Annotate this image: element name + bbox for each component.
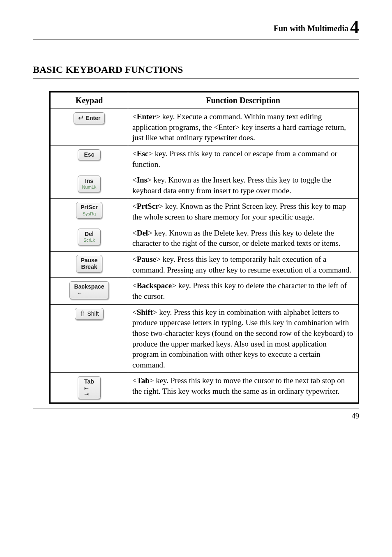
key-name: Pause <box>137 255 157 263</box>
keycap-del: Del ScrLk <box>78 229 101 245</box>
keypad-cell: ⇧ Shift <box>50 304 128 373</box>
description-cell: <Esc> key. Press this key to cancel or e… <box>128 146 359 172</box>
enter-glyph-icon: ↵ <box>78 114 84 122</box>
title-part: F <box>125 64 131 75</box>
title-part: B <box>33 64 39 75</box>
keycap-shift: ⇧ Shift <box>75 308 103 320</box>
backspace-arrow-icon: ← <box>74 290 104 296</box>
key-name: Ins <box>137 176 147 184</box>
keycap-backspace: Backspace ← <box>69 281 108 299</box>
keypad-cell: PrtScr SysRq <box>50 199 128 225</box>
keypad-cell: Del ScrLk <box>50 225 128 251</box>
keycap-prtscr: PrtScr SysRq <box>76 202 102 219</box>
key-description: > key. Press this key to temporarily hal… <box>132 255 351 274</box>
keycap-tab: Tab ⇤ ⇥ <box>78 376 101 399</box>
keycap-pause: Pause Break <box>76 255 102 273</box>
keycap-ins: Ins NumLk <box>78 176 101 192</box>
section-title: BASIC KEYBOARD FUNCTIONS <box>33 64 359 79</box>
keyboard-functions-table: Keypad Function Description ↵ Enter <Ent… <box>49 91 359 404</box>
table-row: Del ScrLk <Del> key. Known as the Delete… <box>50 225 359 251</box>
key-description: > key. Press this key to move the cursor… <box>132 376 345 395</box>
table-header-keypad: Keypad <box>50 92 128 109</box>
keycap-secondary-label: ScrLk <box>82 238 96 243</box>
keycap-label: PrtScr <box>81 204 98 210</box>
key-name: Del <box>137 229 148 237</box>
shift-glyph-icon: ⇧ <box>79 310 85 317</box>
keycap-label: Pause <box>81 257 97 263</box>
title-part: EYBOARD <box>73 64 122 75</box>
description-cell: <Backspace> key. Press this key to delet… <box>128 278 359 304</box>
keycap-esc: Esc <box>78 149 101 160</box>
key-description: > key. Known as the Print Screen key. Pr… <box>132 202 346 221</box>
keycap-label: Enter <box>86 115 101 121</box>
keycap-label: Backspace <box>74 283 104 290</box>
description-cell: <Pause> key. Press this key to temporari… <box>128 252 359 278</box>
key-name: Enter <box>137 112 156 121</box>
description-cell: <PrtScr> key. Known as the Print Screen … <box>128 199 359 225</box>
keycap-label: Shift <box>87 310 99 317</box>
keycap-label: Ins <box>82 178 97 184</box>
title-part: K <box>65 64 73 75</box>
key-description: > key. Execute a command. Within many te… <box>132 112 346 142</box>
title-part: ASIC <box>39 64 63 75</box>
keypad-cell: Ins NumLk <box>50 172 128 199</box>
table-row: ⇧ Shift <Shift> key. Press this key in c… <box>50 304 359 373</box>
table-row: Tab ⇤ ⇥ <Tab> key. Press this key to mov… <box>50 373 359 403</box>
description-cell: <Enter> key. Execute a command. Within m… <box>128 109 359 146</box>
table-row: Ins NumLk <Ins> key. Known as the Insert… <box>50 172 359 199</box>
tab-left-arrow-icon: ⇤ <box>84 386 89 391</box>
keycap-secondary-label: Break <box>81 263 97 270</box>
key-description: > key. Known as the Delete key. Press th… <box>132 229 341 248</box>
header-label: Fun with Multimedia <box>274 24 348 33</box>
keypad-cell: ↵ Enter <box>50 109 128 146</box>
key-description: > key. Press this key to cancel or escap… <box>132 149 337 169</box>
header-chapter-number: 4 <box>350 17 359 37</box>
table-row: Backspace ← <Backspace> key. Press this … <box>50 278 359 304</box>
description-cell: <Del> key. Known as the Delete key. Pres… <box>128 225 359 251</box>
table-row: Pause Break <Pause> key. Press this key … <box>50 252 359 278</box>
keycap-label: Esc <box>82 151 96 158</box>
key-name: PrtScr <box>137 202 159 210</box>
table-row: Esc <Esc> key. Press this key to cancel … <box>50 146 359 172</box>
table-row: PrtScr SysRq <PrtScr> key. Known as the … <box>50 199 359 225</box>
keypad-cell: Esc <box>50 146 128 172</box>
table-row: ↵ Enter <Enter> key. Execute a command. … <box>50 109 359 146</box>
tab-right-arrow-icon: ⇥ <box>84 391 89 397</box>
keycap-secondary-label: NumLk <box>82 185 97 190</box>
keypad-cell: Backspace ← <box>50 278 128 304</box>
key-name: Backspace <box>137 281 172 290</box>
keypad-cell: Tab ⇤ ⇥ <box>50 373 128 403</box>
keycap-enter: ↵ Enter <box>74 112 105 124</box>
key-description: > key. Known as the Insert key. Press th… <box>132 176 331 195</box>
description-cell: <Ins> key. Known as the Insert key. Pres… <box>128 172 359 199</box>
keycap-label: Del <box>82 231 96 237</box>
page-number: 49 <box>33 409 359 421</box>
description-cell: <Tab> key. Press this key to move the cu… <box>128 373 359 403</box>
key-name: Tab <box>137 376 150 385</box>
page-header: Fun with Multimedia 4 <box>33 16 359 39</box>
title-part: UNCTIONS <box>131 64 183 75</box>
keycap-secondary-label: SysRq <box>81 211 98 217</box>
table-header-description: Function Description <box>128 92 359 109</box>
key-name: Shift <box>137 308 153 317</box>
keypad-cell: Pause Break <box>50 252 128 278</box>
key-description: > key. Press this key in combination wit… <box>132 308 353 369</box>
keycap-label: Tab <box>84 378 94 385</box>
description-cell: <Shift> key. Press this key in combinati… <box>128 304 359 373</box>
key-name: Esc <box>137 149 149 158</box>
